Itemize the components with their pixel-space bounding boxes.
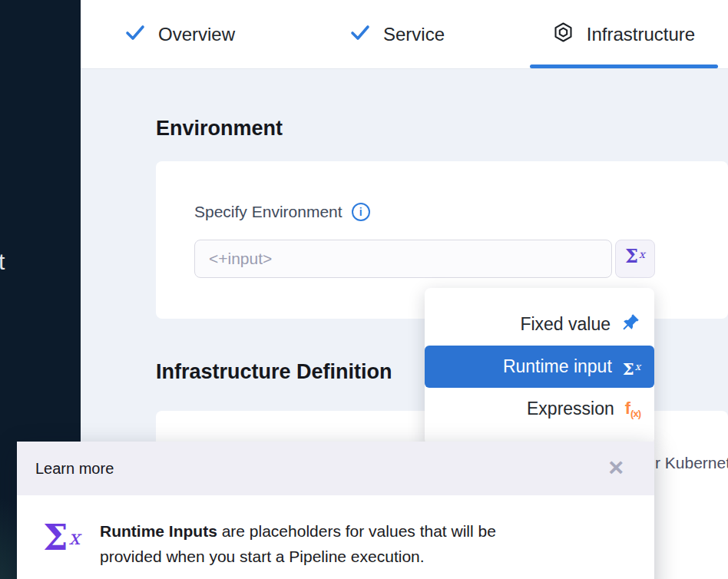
menu-item-runtime-input[interactable]: Runtime input Σ x [425, 346, 654, 388]
sigma-x-icon: Σ x [43, 520, 80, 555]
specify-environment-label-row: Specify Environment i [194, 203, 370, 221]
tab-infrastructure[interactable]: Infrastructure [530, 0, 718, 69]
menu-item-label: Runtime input [503, 356, 612, 377]
popover-body: Σ x Runtime Inputs are placeholders for … [17, 495, 654, 569]
tab-service-label: Service [383, 24, 445, 45]
fx-icon: f(x) [625, 400, 640, 419]
pin-icon [621, 313, 640, 336]
tab-overview[interactable]: Overview [125, 0, 235, 69]
environment-input[interactable] [194, 240, 612, 278]
menu-item-label: Fixed value [520, 314, 611, 335]
info-icon[interactable]: i [352, 203, 370, 221]
environment-heading: Environment [156, 117, 283, 141]
multi-type-button[interactable]: Σ x [615, 240, 655, 278]
specify-environment-label: Specify Environment [194, 203, 342, 221]
close-icon[interactable]: × [608, 452, 624, 481]
environment-input-row: Σ x [194, 240, 655, 278]
menu-item-label: Expression [527, 399, 614, 419]
sidebar-clipped-text: t [0, 249, 5, 275]
popover-text: Runtime Inputs are placeholders for valu… [100, 522, 496, 565]
hexagon-icon [553, 22, 574, 48]
tab-overview-label: Overview [158, 24, 235, 45]
step-tab-bar: Overview Service Infrastructure [81, 0, 728, 69]
popover-title: Learn more [35, 460, 114, 478]
check-icon [350, 24, 370, 45]
popover-header: Learn more × [17, 442, 654, 495]
menu-item-fixed-value[interactable]: Fixed value [425, 303, 654, 346]
tab-service[interactable]: Service [350, 0, 445, 69]
sigma-x-icon: Σ [625, 247, 638, 266]
tab-infrastructure-label: Infrastructure [587, 24, 695, 45]
active-tab-underline [530, 65, 718, 68]
check-icon [125, 24, 145, 45]
learn-more-popover: Learn more × Σ x Runtime Inputs are plac… [17, 442, 654, 579]
menu-item-expression[interactable]: Expression f(x) [425, 388, 654, 430]
infrastructure-step-page: t Overview Service Infrastructure [0, 0, 728, 579]
clipped-kubernetes-text: r Kubernetes [655, 454, 728, 472]
sigma-x-icon: Σ x [623, 361, 640, 377]
infrastructure-definition-heading: Infrastructure Definition [156, 360, 392, 384]
value-type-dropdown: Fixed value Runtime input Σ x Expression… [425, 288, 654, 445]
